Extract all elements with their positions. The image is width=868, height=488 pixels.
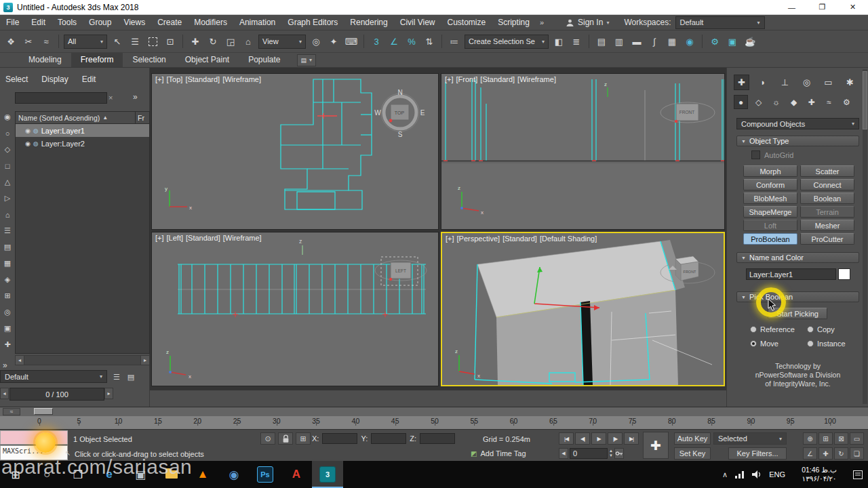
viewport-label-segment[interactable]: [Front] [456,75,478,83]
selection-lock-icon[interactable] [278,432,293,445]
angle-snap-icon[interactable]: ∠ [387,34,401,49]
viewport-label-segment[interactable]: [Standard] [186,234,220,242]
scroll-right-button[interactable]: ▸ [140,355,150,365]
viewport-front[interactable]: [+][Front][Standard][Wireframe] [441,73,725,230]
timeline-tick[interactable]: 95 [787,416,795,426]
x-coordinate-field[interactable] [322,433,357,444]
percent-snap-icon[interactable]: % [404,34,419,49]
timeline-tick[interactable]: 5 [77,416,81,426]
menu-tools[interactable]: Tools [52,15,83,30]
timeline-tick[interactable]: 0 [37,416,41,426]
viewport-top[interactable]: [+][Top][Standard][Wireframe] [151,73,439,230]
blobmesh-button[interactable]: BlobMesh [743,192,797,204]
y-coordinate-field[interactable] [371,433,406,444]
explorer-tab-display[interactable]: Display [41,75,68,84]
filter-groups-icon[interactable]: ▤ [1,240,14,254]
ribbon-tab-modeling[interactable]: Modeling [19,53,71,67]
material-editor-icon[interactable]: ◉ [682,34,697,49]
mesher-button[interactable]: Mesher [800,220,854,231]
select-and-move-icon[interactable]: ✚ [188,34,203,49]
filter-geometry-icon[interactable]: ◇ [1,142,14,157]
object-name-field[interactable]: Layer:Layer1 [746,268,836,280]
horizontal-scrollbar[interactable]: ◂ ▸ [15,355,150,365]
filter-shapes-icon[interactable]: □ [1,159,14,173]
shapemerge-button[interactable]: ShapeMerge [743,206,797,218]
scrollbar-track[interactable] [24,355,140,365]
clone-option-copy[interactable]: Copy [807,325,861,333]
timeline-tick[interactable]: 40 [352,416,360,426]
menu-views[interactable]: Views [117,15,151,30]
menu-customize[interactable]: Customize [441,15,492,30]
helpers-category-icon[interactable]: ✚ [804,95,818,109]
menu-modifiers[interactable]: Modifiers [188,15,233,30]
explorer-preset-dropdown[interactable]: Default ▾ [0,370,107,383]
eye-icon[interactable]: ◉ [25,140,31,147]
layer-row[interactable]: ◉◍Layer:Layer1 [16,124,149,137]
clone-option-move[interactable]: Move [750,340,807,348]
macro-recorder-field[interactable] [0,430,68,445]
sign-in-button[interactable]: Sign In ▾ [560,16,614,29]
close-button[interactable]: ✕ [837,0,868,14]
viewport-label-segment[interactable]: [Standard] [502,235,537,243]
viewcube[interactable]: LEFT [375,260,427,281]
frozen-column-header[interactable]: Fr [135,112,150,123]
photoshop-icon[interactable]: Ps [250,461,281,488]
scrollbar-thumb[interactable] [863,71,867,129]
workspaces-dropdown[interactable]: Default ▾ [675,16,765,29]
field-of-view-icon[interactable]: ∠ [803,447,817,460]
language-indicator[interactable]: ENG [769,470,785,479]
unlink-selection-icon[interactable]: ✂ [21,34,36,49]
select-object-icon[interactable]: ↖ [110,34,125,49]
window-crossing-icon[interactable]: ⊡ [163,34,178,49]
clone-option-reference[interactable]: Reference [750,325,807,333]
search-clear-icon[interactable]: × [108,94,113,102]
ribbon-toggle-icon[interactable]: ▬ [629,34,644,49]
volume-icon[interactable] [752,470,762,479]
timeline-tick[interactable]: 10 [115,416,123,426]
timeline-ruler[interactable]: 0510152025303540455055606570758085909510… [0,416,868,430]
motion-tab-icon[interactable]: ◎ [799,75,814,90]
search-overflow-chevron[interactable]: » [133,92,138,102]
network-icon[interactable] [735,470,745,479]
autocad-icon[interactable]: A [281,461,312,488]
filter-helpers-icon[interactable]: ⌂ [1,207,14,222]
spinner-snap-icon[interactable]: ⇅ [422,34,437,49]
viewport-label-segment[interactable]: [+] [445,75,454,83]
scene-explorer-search-input[interactable] [15,92,107,104]
timeline-tick[interactable]: 50 [431,416,439,426]
keying-set-dropdown[interactable]: Selected ▾ [713,432,787,445]
ribbon-config-button[interactable]: ▤ ▾ [297,54,317,66]
menu-graph-editors[interactable]: Graph Editors [281,15,344,30]
chrome-icon[interactable]: ◉ [218,461,250,488]
menu-civil-view[interactable]: Civil View [394,15,441,30]
autogrid-checkbox[interactable] [751,150,760,159]
zoom-all-icon[interactable]: ⊞ [818,432,833,445]
set-key-button[interactable]: Set Key [674,447,711,460]
mirror-icon[interactable]: ◧ [551,34,566,49]
go-to-end-icon[interactable]: ▶| [624,432,639,445]
menu-scripting[interactable]: Scripting [492,15,536,30]
select-by-name-icon[interactable]: ☰ [127,34,142,49]
hidden-icons-chevron[interactable]: ∧ [722,470,728,479]
connect-button[interactable]: Connect [800,179,854,190]
viewport-label-segment[interactable]: [Wireframe] [517,75,556,83]
rollout-pick-boolean[interactable]: ▼ Pick Boolean [736,291,859,302]
zoom-region-icon[interactable]: ▭ [850,432,864,445]
ribbon-tab-populate[interactable]: Populate [239,53,290,67]
viewport-label-segment[interactable]: [Default Shading] [540,235,597,243]
morph-button[interactable]: Morph [743,165,797,177]
modify-tab-icon[interactable]: ◗ [755,75,771,90]
display-children-icon[interactable]: ▣ [1,321,14,336]
viewport-label-segment[interactable]: [Left] [167,234,183,242]
z-coordinate-field[interactable] [420,433,455,444]
curve-editor-icon[interactable]: ∫ [647,34,662,49]
viewport-left[interactable]: [+][Left][Standard][Wireframe] z [151,232,439,386]
auto-key-button[interactable]: Auto Key [674,432,711,445]
select-and-place-icon[interactable]: ⌂ [241,34,256,49]
select-and-rotate-icon[interactable]: ↻ [205,34,220,49]
filter-cameras-icon[interactable]: ▷ [1,191,14,205]
ribbon-tab-object-paint[interactable]: Object Paint [176,53,239,67]
viewport-label-segment[interactable]: [Wireframe] [223,234,262,242]
sync-selection-icon[interactable]: ◎ [1,305,14,319]
display-options-icon[interactable]: ▤ [125,371,137,383]
